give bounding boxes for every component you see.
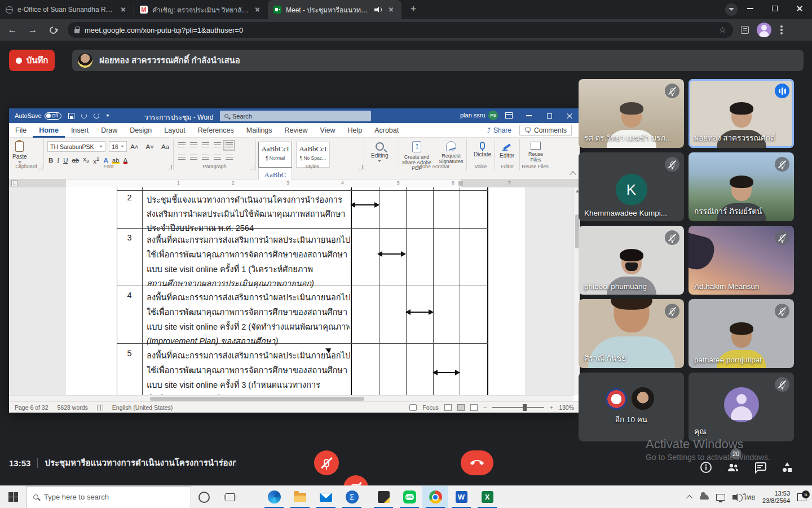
italic-button[interactable]: I bbox=[57, 157, 59, 164]
taskbar-chrome-icon[interactable] bbox=[422, 486, 448, 508]
window-minimize-button[interactable] bbox=[738, 0, 762, 17]
taskbar-word-icon[interactable]: W bbox=[448, 486, 474, 508]
lock-icon[interactable] bbox=[74, 29, 80, 33]
grow-font-button[interactable]: A˄ bbox=[130, 143, 138, 150]
zoom-slider[interactable] bbox=[492, 407, 544, 408]
bold-button[interactable]: B bbox=[48, 157, 53, 164]
start-button[interactable] bbox=[0, 486, 26, 508]
editor-button[interactable]: Editor bbox=[500, 142, 514, 159]
browser-menu-icon[interactable] bbox=[780, 29, 783, 31]
print-layout-icon[interactable] bbox=[457, 404, 465, 411]
menu-view[interactable]: View bbox=[314, 126, 342, 134]
paste-button[interactable]: Paste bbox=[12, 141, 27, 163]
font-size-select[interactable]: 16 bbox=[109, 141, 127, 152]
decrease-indent-button[interactable] bbox=[214, 142, 221, 148]
menu-acrobat[interactable]: Acrobat bbox=[368, 126, 405, 134]
horizontal-scrollbar[interactable] bbox=[9, 395, 573, 401]
word-search-box[interactable]: Search bbox=[220, 111, 371, 121]
taskbar-search[interactable]: Type here to search bbox=[26, 486, 191, 508]
font-color-button[interactable]: A bbox=[123, 157, 128, 164]
forward-button[interactable]: → bbox=[25, 22, 41, 38]
word-close-button[interactable] bbox=[559, 108, 580, 123]
redo-icon[interactable] bbox=[94, 113, 99, 119]
indent-marker[interactable] bbox=[458, 181, 463, 186]
mic-toggle-button[interactable] bbox=[314, 450, 339, 475]
people-icon[interactable] bbox=[726, 461, 740, 474]
language-indicator[interactable]: English (United States) bbox=[112, 404, 173, 411]
participant-tile-adhakim[interactable]: Ad.hakim Meansun bbox=[689, 226, 794, 295]
tab-close-icon[interactable] bbox=[119, 5, 128, 14]
participant-tile-wittaya[interactable]: รศ.ดร.วิทยา เมฆขำ มรภ... bbox=[579, 79, 684, 148]
taskbar-line-icon[interactable]: LINE bbox=[396, 486, 422, 508]
quick-access-caret-icon[interactable] bbox=[106, 115, 109, 117]
tab-close-icon[interactable] bbox=[387, 5, 396, 14]
clipboard-dialog-launcher-icon[interactable] bbox=[38, 165, 42, 169]
autosave-toggle[interactable]: AutoSave Off bbox=[15, 112, 61, 120]
tab-selector-box[interactable]: L bbox=[11, 180, 17, 186]
web-layout-icon[interactable] bbox=[470, 404, 478, 411]
participant-tile-kannika[interactable]: กรรณิการ์ ภิรมย์รัตน์ bbox=[689, 152, 794, 221]
text-effects-button[interactable]: A bbox=[103, 157, 108, 164]
font-dialog-launcher-icon[interactable] bbox=[167, 165, 172, 169]
taskbar-edge-icon[interactable] bbox=[261, 486, 287, 508]
reuse-files-button[interactable]: Reuse Files bbox=[524, 142, 547, 163]
account-name[interactable]: plan ssru bbox=[460, 112, 486, 119]
align-left-button[interactable] bbox=[178, 155, 186, 161]
tray-clock[interactable]: 13:53 23/8/2564 bbox=[762, 490, 790, 505]
window-restore-button[interactable] bbox=[762, 0, 787, 17]
bullets-button[interactable] bbox=[178, 142, 186, 148]
borders-button[interactable] bbox=[226, 155, 233, 161]
taskbar-mail-icon[interactable] bbox=[313, 486, 339, 508]
cortana-button[interactable] bbox=[191, 486, 217, 508]
share-button[interactable]: ⤴ Share bbox=[483, 125, 516, 135]
tab-gmail[interactable]: M คำเชิญ: ตรวจประเมินฯ วิทยาลัยสหเวช bbox=[134, 0, 268, 19]
reload-button[interactable] bbox=[45, 22, 61, 38]
menu-help[interactable]: Help bbox=[341, 126, 368, 134]
align-right-button[interactable] bbox=[202, 155, 209, 161]
tab-meet-active[interactable]: Meet - ประชุมหารือแนวทางการ bbox=[268, 0, 401, 19]
ribbon-display-icon[interactable] bbox=[505, 112, 513, 119]
word-restore-button[interactable] bbox=[539, 108, 559, 123]
dictate-button[interactable]: Dictate bbox=[474, 142, 491, 157]
action-center-icon[interactable]: 5 bbox=[797, 493, 806, 501]
menu-home[interactable]: Home bbox=[33, 123, 65, 138]
word-count[interactable]: 5628 words bbox=[58, 404, 88, 411]
highlight-button[interactable]: ab bbox=[112, 157, 120, 164]
onedrive-icon[interactable] bbox=[700, 494, 709, 500]
zoom-in-button[interactable]: + bbox=[550, 404, 553, 411]
shrink-font-button[interactable]: A˅ bbox=[146, 143, 154, 150]
new-tab-button[interactable]: + bbox=[406, 2, 421, 17]
read-mode-icon[interactable] bbox=[444, 404, 452, 411]
menu-design[interactable]: Design bbox=[123, 126, 158, 134]
tab-audio-icon[interactable] bbox=[374, 6, 382, 13]
document-area[interactable]: 2 ประชุมชี้แจงแนวทางการดำเนินงานโครงการน… bbox=[9, 187, 573, 395]
bookmark-star-icon[interactable]: ☆ bbox=[719, 25, 726, 35]
menu-draw[interactable]: Draw bbox=[95, 126, 123, 134]
translate-icon[interactable] bbox=[741, 26, 749, 34]
strikethrough-button[interactable]: ab bbox=[72, 157, 79, 164]
participant-tile-foythong[interactable]: ฝอยทอง สาครวรรณศักดิ์ bbox=[689, 79, 794, 148]
menu-mailings[interactable]: Mailings bbox=[240, 126, 279, 134]
font-name-select[interactable]: TH SarabunPSK bbox=[47, 141, 105, 152]
participant-tile-phibool[interactable]: phibool phumuang bbox=[579, 226, 684, 295]
collapse-ribbon-icon[interactable] bbox=[570, 171, 576, 177]
undo-icon[interactable] bbox=[81, 113, 87, 119]
participant-tile-khemmawadee[interactable]: K Khemmawadee Kumpi... bbox=[579, 152, 684, 221]
justify-button[interactable] bbox=[214, 155, 221, 161]
focus-label[interactable]: Focus bbox=[422, 404, 439, 411]
menu-file[interactable]: File bbox=[9, 126, 33, 134]
taskbar-explorer-icon[interactable] bbox=[287, 486, 313, 508]
participant-tile-patnaree[interactable]: patnaree pornjutipat bbox=[689, 299, 794, 368]
tab-search-icon[interactable] bbox=[725, 3, 738, 16]
menu-layout[interactable]: Layout bbox=[158, 126, 192, 134]
save-icon[interactable] bbox=[68, 113, 74, 119]
menu-insert[interactable]: Insert bbox=[65, 126, 95, 134]
task-view-button[interactable] bbox=[217, 486, 243, 508]
menu-review[interactable]: Review bbox=[279, 126, 314, 134]
language-indicator[interactable]: ไทย bbox=[743, 492, 755, 502]
taskbar-office-icon[interactable]: Σ bbox=[339, 486, 365, 508]
info-icon[interactable] bbox=[699, 461, 713, 474]
end-call-button[interactable] bbox=[461, 450, 493, 475]
multilevel-list-button[interactable] bbox=[202, 142, 209, 148]
page-indicator[interactable]: Page 6 of 32 bbox=[15, 404, 48, 411]
